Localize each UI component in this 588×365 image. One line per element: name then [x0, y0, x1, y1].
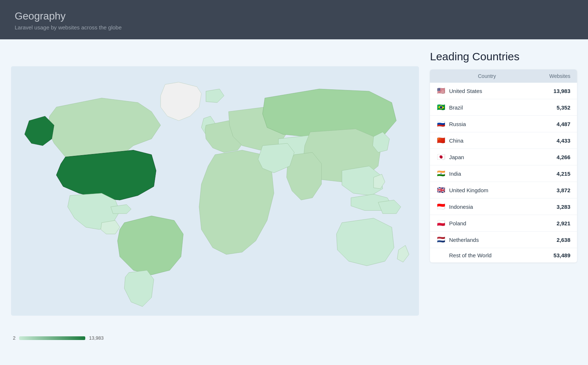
table-row: 🇮🇳India4,215	[430, 165, 577, 182]
page-title: Geography	[15, 10, 573, 22]
table-row: 🇵🇱Poland2,921	[430, 215, 577, 232]
row-website-count: 3,283	[537, 204, 570, 210]
map-legend: 2 13,983	[11, 332, 419, 341]
right-panel: Leading Countries Country Websites 🇺🇸Uni…	[430, 50, 577, 341]
row-website-count: 2,638	[537, 237, 570, 243]
row-country-name: Brazil	[449, 104, 537, 111]
table-header: Country Websites	[430, 69, 577, 83]
page-subtitle: Laravel usage by websites across the glo…	[15, 24, 573, 31]
legend-bar	[19, 336, 85, 340]
row-website-count: 13,983	[537, 88, 570, 94]
row-website-count: 5,352	[537, 104, 570, 111]
col-websites-header: Websites	[537, 73, 570, 79]
row-flag: 🇮🇳	[437, 169, 445, 178]
col-country-header: Country	[437, 73, 537, 79]
row-website-count: 4,215	[537, 171, 570, 177]
row-website-count: 4,433	[537, 137, 570, 144]
world-map	[11, 50, 419, 332]
row-flag: 🇨🇳	[437, 136, 445, 144]
row-flag: 🇧🇷	[437, 103, 445, 111]
legend-min: 2	[13, 335, 15, 341]
page-header: Geography Laravel usage by websites acro…	[0, 0, 588, 39]
row-country-name: United Kingdom	[449, 187, 537, 193]
row-website-count: 53,489	[537, 252, 570, 258]
row-country-name: India	[449, 171, 537, 177]
table-row: 🇬🇧United Kingdom3,872	[430, 182, 577, 198]
countries-table: Country Websites 🇺🇸United States13,983🇧🇷…	[430, 69, 577, 262]
row-flag: 🇯🇵	[437, 153, 445, 161]
table-row: 🇺🇸United States13,983	[430, 83, 577, 99]
row-website-count: 2,921	[537, 220, 570, 226]
row-flag: 🇬🇧	[437, 186, 445, 194]
row-country-name: China	[449, 137, 537, 144]
table-row: 🇯🇵Japan4,266	[430, 149, 577, 165]
row-country-name: United States	[449, 88, 537, 94]
main-content: 2 13,983 Leading Countries Country Websi…	[0, 39, 588, 352]
row-country-name: Rest of the World	[449, 252, 537, 258]
row-country-name: Japan	[449, 154, 537, 160]
row-flag: 🇷🇺	[437, 120, 445, 128]
row-flag: 🇵🇱	[437, 219, 445, 227]
row-country-name: Indonesia	[449, 204, 537, 210]
row-website-count: 3,872	[537, 187, 570, 193]
row-flag: 🇳🇱	[437, 236, 445, 244]
map-container	[11, 50, 419, 332]
row-country-name: Netherlands	[449, 237, 537, 243]
table-row: Rest of the World53,489	[430, 248, 577, 262]
row-flag: 🇮🇩	[437, 203, 445, 211]
legend-max: 13,983	[89, 335, 104, 341]
table-row: 🇳🇱Netherlands2,638	[430, 232, 577, 248]
table-row: 🇮🇩Indonesia3,283	[430, 198, 577, 215]
table-body: 🇺🇸United States13,983🇧🇷Brazil5,352🇷🇺Russ…	[430, 83, 577, 262]
leading-countries-title: Leading Countries	[430, 50, 577, 63]
row-website-count: 4,487	[537, 121, 570, 127]
row-country-name: Russia	[449, 121, 537, 127]
row-country-name: Poland	[449, 220, 537, 226]
map-section: 2 13,983	[11, 50, 419, 341]
table-row: 🇨🇳China4,433	[430, 132, 577, 149]
table-row: 🇷🇺Russia4,487	[430, 116, 577, 132]
row-flag: 🇺🇸	[437, 87, 445, 95]
table-row: 🇧🇷Brazil5,352	[430, 99, 577, 116]
row-website-count: 4,266	[537, 154, 570, 160]
